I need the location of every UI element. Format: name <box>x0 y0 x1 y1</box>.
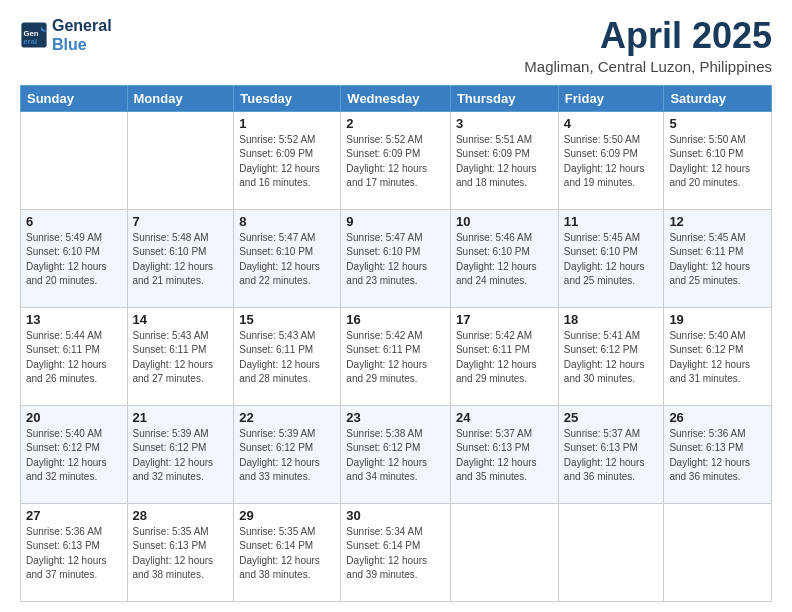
day-number: 4 <box>564 116 659 131</box>
calendar-cell: 16Sunrise: 5:42 AMSunset: 6:11 PMDayligh… <box>341 307 451 405</box>
day-info: Sunrise: 5:45 AMSunset: 6:11 PMDaylight:… <box>669 232 750 287</box>
day-info: Sunrise: 5:52 AMSunset: 6:09 PMDaylight:… <box>239 134 320 189</box>
day-number: 6 <box>26 214 122 229</box>
day-number: 26 <box>669 410 766 425</box>
day-info: Sunrise: 5:38 AMSunset: 6:12 PMDaylight:… <box>346 428 427 483</box>
calendar-cell: 19Sunrise: 5:40 AMSunset: 6:12 PMDayligh… <box>664 307 772 405</box>
calendar-cell: 23Sunrise: 5:38 AMSunset: 6:12 PMDayligh… <box>341 405 451 503</box>
col-saturday: Saturday <box>664 85 772 111</box>
logo-text: General Blue <box>52 16 112 54</box>
calendar-cell <box>558 503 664 601</box>
day-number: 16 <box>346 312 445 327</box>
calendar-cell: 24Sunrise: 5:37 AMSunset: 6:13 PMDayligh… <box>450 405 558 503</box>
day-number: 27 <box>26 508 122 523</box>
day-info: Sunrise: 5:50 AMSunset: 6:10 PMDaylight:… <box>669 134 750 189</box>
calendar-cell: 26Sunrise: 5:36 AMSunset: 6:13 PMDayligh… <box>664 405 772 503</box>
day-info: Sunrise: 5:48 AMSunset: 6:10 PMDaylight:… <box>133 232 214 287</box>
calendar-cell: 20Sunrise: 5:40 AMSunset: 6:12 PMDayligh… <box>21 405 128 503</box>
calendar-cell: 4Sunrise: 5:50 AMSunset: 6:09 PMDaylight… <box>558 111 664 209</box>
week-row-3: 13Sunrise: 5:44 AMSunset: 6:11 PMDayligh… <box>21 307 772 405</box>
calendar-cell: 21Sunrise: 5:39 AMSunset: 6:12 PMDayligh… <box>127 405 234 503</box>
day-info: Sunrise: 5:44 AMSunset: 6:11 PMDaylight:… <box>26 330 107 385</box>
day-number: 21 <box>133 410 229 425</box>
day-number: 24 <box>456 410 553 425</box>
day-info: Sunrise: 5:36 AMSunset: 6:13 PMDaylight:… <box>669 428 750 483</box>
calendar-cell: 1Sunrise: 5:52 AMSunset: 6:09 PMDaylight… <box>234 111 341 209</box>
day-info: Sunrise: 5:37 AMSunset: 6:13 PMDaylight:… <box>564 428 645 483</box>
week-row-5: 27Sunrise: 5:36 AMSunset: 6:13 PMDayligh… <box>21 503 772 601</box>
calendar-cell: 2Sunrise: 5:52 AMSunset: 6:09 PMDaylight… <box>341 111 451 209</box>
calendar-cell: 29Sunrise: 5:35 AMSunset: 6:14 PMDayligh… <box>234 503 341 601</box>
day-number: 2 <box>346 116 445 131</box>
day-number: 10 <box>456 214 553 229</box>
calendar-cell: 17Sunrise: 5:42 AMSunset: 6:11 PMDayligh… <box>450 307 558 405</box>
day-number: 25 <box>564 410 659 425</box>
calendar-cell: 12Sunrise: 5:45 AMSunset: 6:11 PMDayligh… <box>664 209 772 307</box>
day-number: 14 <box>133 312 229 327</box>
calendar-cell: 22Sunrise: 5:39 AMSunset: 6:12 PMDayligh… <box>234 405 341 503</box>
week-row-1: 1Sunrise: 5:52 AMSunset: 6:09 PMDaylight… <box>21 111 772 209</box>
calendar-table: Sunday Monday Tuesday Wednesday Thursday… <box>20 85 772 602</box>
col-sunday: Sunday <box>21 85 128 111</box>
calendar-cell: 9Sunrise: 5:47 AMSunset: 6:10 PMDaylight… <box>341 209 451 307</box>
day-info: Sunrise: 5:39 AMSunset: 6:12 PMDaylight:… <box>133 428 214 483</box>
day-info: Sunrise: 5:52 AMSunset: 6:09 PMDaylight:… <box>346 134 427 189</box>
col-friday: Friday <box>558 85 664 111</box>
day-number: 17 <box>456 312 553 327</box>
day-info: Sunrise: 5:42 AMSunset: 6:11 PMDaylight:… <box>456 330 537 385</box>
logo: Gen eral General Blue <box>20 16 112 54</box>
day-info: Sunrise: 5:40 AMSunset: 6:12 PMDaylight:… <box>26 428 107 483</box>
day-number: 9 <box>346 214 445 229</box>
week-row-2: 6Sunrise: 5:49 AMSunset: 6:10 PMDaylight… <box>21 209 772 307</box>
day-info: Sunrise: 5:34 AMSunset: 6:14 PMDaylight:… <box>346 526 427 581</box>
col-wednesday: Wednesday <box>341 85 451 111</box>
week-row-4: 20Sunrise: 5:40 AMSunset: 6:12 PMDayligh… <box>21 405 772 503</box>
calendar-cell: 30Sunrise: 5:34 AMSunset: 6:14 PMDayligh… <box>341 503 451 601</box>
day-number: 18 <box>564 312 659 327</box>
day-number: 28 <box>133 508 229 523</box>
day-info: Sunrise: 5:46 AMSunset: 6:10 PMDaylight:… <box>456 232 537 287</box>
day-number: 12 <box>669 214 766 229</box>
day-number: 5 <box>669 116 766 131</box>
day-info: Sunrise: 5:35 AMSunset: 6:14 PMDaylight:… <box>239 526 320 581</box>
day-info: Sunrise: 5:35 AMSunset: 6:13 PMDaylight:… <box>133 526 214 581</box>
col-thursday: Thursday <box>450 85 558 111</box>
day-info: Sunrise: 5:36 AMSunset: 6:13 PMDaylight:… <box>26 526 107 581</box>
day-number: 13 <box>26 312 122 327</box>
col-tuesday: Tuesday <box>234 85 341 111</box>
calendar-cell: 8Sunrise: 5:47 AMSunset: 6:10 PMDaylight… <box>234 209 341 307</box>
calendar-cell: 7Sunrise: 5:48 AMSunset: 6:10 PMDaylight… <box>127 209 234 307</box>
day-info: Sunrise: 5:47 AMSunset: 6:10 PMDaylight:… <box>239 232 320 287</box>
day-info: Sunrise: 5:37 AMSunset: 6:13 PMDaylight:… <box>456 428 537 483</box>
calendar-cell: 11Sunrise: 5:45 AMSunset: 6:10 PMDayligh… <box>558 209 664 307</box>
title-block: April 2025 Magliman, Central Luzon, Phil… <box>524 16 772 75</box>
day-info: Sunrise: 5:43 AMSunset: 6:11 PMDaylight:… <box>239 330 320 385</box>
calendar-cell: 14Sunrise: 5:43 AMSunset: 6:11 PMDayligh… <box>127 307 234 405</box>
day-info: Sunrise: 5:43 AMSunset: 6:11 PMDaylight:… <box>133 330 214 385</box>
day-info: Sunrise: 5:47 AMSunset: 6:10 PMDaylight:… <box>346 232 427 287</box>
header: Gen eral General Blue April 2025 Maglima… <box>20 16 772 75</box>
day-info: Sunrise: 5:40 AMSunset: 6:12 PMDaylight:… <box>669 330 750 385</box>
calendar-cell <box>664 503 772 601</box>
day-info: Sunrise: 5:51 AMSunset: 6:09 PMDaylight:… <box>456 134 537 189</box>
calendar-cell <box>21 111 128 209</box>
location-subtitle: Magliman, Central Luzon, Philippines <box>524 58 772 75</box>
day-info: Sunrise: 5:39 AMSunset: 6:12 PMDaylight:… <box>239 428 320 483</box>
calendar-cell <box>450 503 558 601</box>
calendar-cell: 27Sunrise: 5:36 AMSunset: 6:13 PMDayligh… <box>21 503 128 601</box>
day-number: 1 <box>239 116 335 131</box>
day-info: Sunrise: 5:41 AMSunset: 6:12 PMDaylight:… <box>564 330 645 385</box>
calendar-cell: 25Sunrise: 5:37 AMSunset: 6:13 PMDayligh… <box>558 405 664 503</box>
page: Gen eral General Blue April 2025 Maglima… <box>0 0 792 612</box>
day-number: 3 <box>456 116 553 131</box>
day-number: 11 <box>564 214 659 229</box>
day-number: 7 <box>133 214 229 229</box>
day-number: 8 <box>239 214 335 229</box>
day-info: Sunrise: 5:50 AMSunset: 6:09 PMDaylight:… <box>564 134 645 189</box>
logo-icon: Gen eral <box>20 21 48 49</box>
calendar-cell: 15Sunrise: 5:43 AMSunset: 6:11 PMDayligh… <box>234 307 341 405</box>
month-title: April 2025 <box>524 16 772 56</box>
svg-text:eral: eral <box>24 37 38 46</box>
calendar-cell: 3Sunrise: 5:51 AMSunset: 6:09 PMDaylight… <box>450 111 558 209</box>
day-info: Sunrise: 5:42 AMSunset: 6:11 PMDaylight:… <box>346 330 427 385</box>
